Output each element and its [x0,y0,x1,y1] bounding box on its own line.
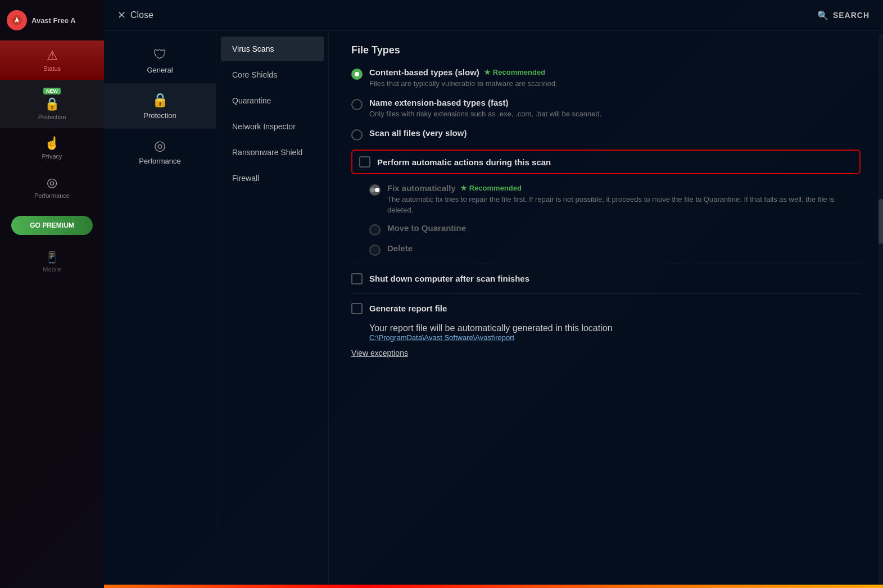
nav-performance[interactable]: ◎ Performance [104,129,216,174]
option-delete-content: Delete [387,243,413,253]
radio-fix-auto-circle[interactable] [369,184,381,196]
radio-delete-circle[interactable] [369,245,381,256]
option-name-extension-title: Name extension-based types (fast) [369,98,601,107]
shutdown-checkbox[interactable] [351,273,363,284]
app-logo: Avast Free A [0,6,104,35]
mobile-icon: 📱 [45,251,59,264]
report-label: Generate report file [369,304,447,313]
nav-general[interactable]: 🛡 General [104,38,216,83]
auto-actions-sub-options: Fix automatically ★ Recommended The auto… [369,183,861,255]
report-path-link[interactable]: C:\ProgramData\Avast Software\Avast\repo… [369,333,861,342]
nav-performance-label: Performance [139,157,180,165]
general-nav-icon: 🛡 [153,47,167,62]
dialog-top-bar: ✕ Close 🔍 SEARCH [104,0,883,31]
shutdown-checkbox-row: Shut down computer after scan finishes [351,273,861,284]
option-name-extension-desc: Only files with risky extensions such as… [369,109,601,119]
submenu-quarantine[interactable]: Quarantine [221,88,324,113]
avast-icon [7,10,27,30]
performance-icon: ◎ [47,175,57,190]
sidebar-item-mobile-label: Mobile [43,266,61,273]
radio-quarantine-circle[interactable] [369,224,381,236]
sidebar-item-performance-label: Performance [34,192,70,199]
close-button[interactable]: ✕ Close [117,9,153,21]
protection-icon: 🔒 [44,97,60,111]
divider-2 [351,293,861,294]
report-desc: Your report file will be automatically g… [369,323,861,333]
sidebar-item-protection[interactable]: NEW 🔒 Protection [0,80,104,128]
nav-general-label: General [147,66,173,74]
submenu-network-inspector[interactable]: Network Inspector [221,114,324,139]
scrollbar-track[interactable] [879,34,883,585]
sidebar-item-protection-label: Protection [38,114,66,120]
sidebar-item-privacy-label: Privacy [42,153,62,160]
radio-content-based-circle[interactable] [351,69,363,80]
submenu-ransomware-shield[interactable]: Ransomware Shield [221,140,324,165]
nav-protection-label: Protection [143,111,176,120]
sub-radio-delete: Delete [369,243,861,256]
sub-radio-quarantine: Move to Quarantine [369,223,861,236]
section-title: File Types [351,44,861,56]
nav-protection[interactable]: 🔒 Protection [104,83,216,129]
submenu-virus-scans[interactable]: Virus Scans [221,37,324,61]
radio-name-extension-circle[interactable] [351,99,363,110]
scrollbar-thumb[interactable] [879,199,883,244]
new-badge: NEW [43,88,61,94]
auto-actions-checkbox-row: Perform automatic actions during this sc… [351,150,861,174]
option-delete-title: Delete [387,243,413,253]
report-checkbox[interactable] [351,303,363,314]
star-icon-1: ★ [484,68,491,76]
sidebar-item-status[interactable]: ⚠ Status [0,40,104,80]
submenu-firewall[interactable]: Firewall [221,166,324,191]
protection-nav-icon: 🔒 [152,92,169,108]
shutdown-label: Shut down computer after scan finishes [369,274,529,283]
submenu-core-shields[interactable]: Core Shields [221,62,324,87]
recommended-badge-1: ★ Recommended [484,68,545,76]
sidebar: Avast Free A ⚠ Status NEW 🔒 Protection ☝… [0,0,104,588]
recommended-badge-2: ★ Recommended [460,184,522,192]
content-area: 🛡 General 🔒 Protection ◎ Performance Vir… [104,31,883,585]
option-quarantine-title: Move to Quarantine [387,223,466,233]
option-scan-all-content: Scan all files (very slow) [369,128,467,138]
nav-panel: 🛡 General 🔒 Protection ◎ Performance [104,31,216,585]
settings-dialog: ✕ Close 🔍 SEARCH 🛡 General 🔒 Protection … [104,0,883,588]
star-icon-2: ★ [460,184,467,192]
go-premium-button[interactable]: GO PREMIUM [11,216,93,235]
option-quarantine-content: Move to Quarantine [387,223,466,233]
search-icon: 🔍 [817,10,828,21]
view-exceptions-area: View exceptions [351,342,861,358]
radio-scan-all-circle[interactable] [351,129,363,141]
radio-name-extension: Name extension-based types (fast) Only f… [351,98,861,119]
option-scan-all-title: Scan all files (very slow) [369,128,467,138]
sidebar-item-performance[interactable]: ◎ Performance [0,168,104,207]
report-checkbox-row: Generate report file [351,303,861,314]
bottom-bar [104,585,883,588]
radio-content-based: Content-based types (slow) ★ Recommended… [351,67,861,89]
report-path-area: Your report file will be automatically g… [369,323,861,342]
sidebar-item-mobile[interactable]: 📱 Mobile [0,244,104,279]
option-name-extension-content: Name extension-based types (fast) Only f… [369,98,601,119]
close-label: Close [130,10,153,20]
option-fix-auto-desc: The automatic fix tries to repair the fi… [387,195,861,215]
divider-1 [351,264,861,264]
view-exceptions-link[interactable]: View exceptions [351,349,408,358]
search-label: SEARCH [833,11,870,20]
auto-actions-label: Perform automatic actions during this sc… [377,157,551,167]
settings-content: File Types Content-based types (slow) ★ … [329,31,883,585]
sub-radio-fix-auto: Fix automatically ★ Recommended The auto… [369,183,861,215]
status-icon: ⚠ [47,48,58,63]
radio-scan-all: Scan all files (very slow) [351,128,861,141]
sidebar-item-privacy[interactable]: ☝ Privacy [0,128,104,168]
app-title: Avast Free A [31,16,76,25]
sidebar-nav: ⚠ Status NEW 🔒 Protection ☝ Privacy ◎ Pe… [0,35,104,588]
auto-actions-checkbox[interactable] [359,156,370,168]
option-content-based-title: Content-based types (slow) ★ Recommended [369,67,558,77]
option-content-based-content: Content-based types (slow) ★ Recommended… [369,67,558,89]
submenu-panel: Virus Scans Core Shields Quarantine Netw… [216,31,329,585]
close-icon: ✕ [117,9,126,21]
sidebar-item-status-label: Status [43,65,61,72]
option-fix-auto-title: Fix automatically ★ Recommended [387,183,861,193]
search-area[interactable]: 🔍 SEARCH [817,10,870,21]
option-content-based-desc: Files that are typically vulnerable to m… [369,79,558,89]
performance-nav-icon: ◎ [154,138,166,153]
privacy-icon: ☝ [44,136,60,151]
